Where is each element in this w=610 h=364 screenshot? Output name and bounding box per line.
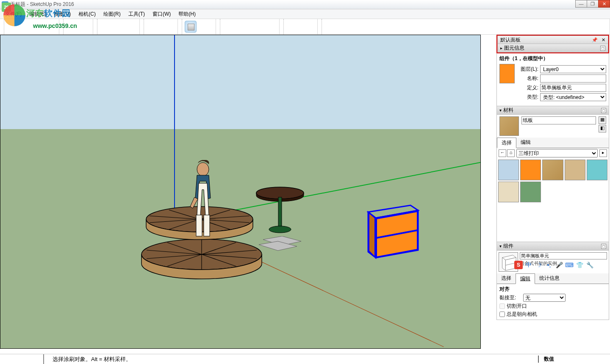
materials-header[interactable]: ▾ 材料 □ — [496, 106, 609, 115]
close-panel-icon[interactable]: ✕ — [602, 37, 605, 43]
sky — [0, 35, 480, 129]
def-label: 定义: — [518, 84, 538, 91]
components-tab-select[interactable]: 选择 — [497, 273, 516, 284]
svg-rect-23 — [196, 215, 202, 236]
align-label: 对齐 — [499, 286, 606, 293]
glue-select[interactable]: 无 — [523, 294, 566, 302]
materials-tab-edit[interactable]: 编辑 — [516, 138, 535, 148]
menu-view[interactable]: 视图(V) — [50, 10, 74, 19]
collapse-icon[interactable]: □ — [600, 46, 605, 51]
ime-skin-icon[interactable]: 👕 — [575, 261, 584, 269]
materials-title: 材料 — [503, 107, 513, 114]
collapse-icon[interactable]: □ — [601, 244, 606, 249]
layer-select[interactable]: Layer0 — [540, 65, 606, 73]
glue-label: 黏接至: — [499, 294, 523, 301]
components-header[interactable]: ▾ 组件 □ — [496, 242, 609, 251]
material-default-icon[interactable]: ◧ — [599, 125, 606, 132]
materials-tab-select[interactable]: 选择 — [497, 138, 516, 148]
svg-rect-28 — [278, 197, 282, 227]
ime-keyboard-icon[interactable]: ⌨ — [565, 261, 574, 269]
minimize-button[interactable]: — — [575, 0, 587, 8]
layer-label: 图层(L): — [518, 66, 538, 73]
window-title: 无标题 - SketchUp Pro 2016 — [10, 1, 74, 8]
materials-tabs: 选择 编辑 — [497, 138, 609, 148]
status-bar: 选择涂刷对象。Alt = 材料采样。 数值 — [0, 354, 610, 364]
status-separator — [43, 354, 44, 364]
right-panel-tray: 默认面板 📌 ✕ ▸ 图元信息 □ 组件（1，在模型中） 图层(L): Laye… — [496, 35, 609, 364]
close-button[interactable]: ✕ — [598, 0, 610, 8]
panel-default-header[interactable]: 默认面板 📌 ✕ — [497, 36, 608, 44]
pin-icon[interactable]: 📌 — [592, 37, 598, 43]
svg-point-22 — [197, 163, 209, 176]
cut-checkbox[interactable]: 切割开口 — [499, 303, 527, 310]
ime-sogou-icon[interactable]: S — [514, 261, 523, 269]
3d-viewport[interactable] — [0, 35, 481, 349]
def-input[interactable] — [540, 84, 606, 92]
component-name-input[interactable] — [520, 252, 607, 259]
menu-bar: 文件(F) 编辑(E) 视图(V) 相机(C) 绘图(R) 工具(T) 窗口(W… — [0, 9, 610, 19]
type-label: 类型: — [518, 94, 538, 101]
components-title: 组件 — [503, 243, 513, 250]
model-floor-tile[interactable] — [259, 236, 301, 253]
collapse-icon[interactable]: □ — [601, 108, 606, 113]
ime-moon-icon[interactable]: ☽ — [535, 261, 543, 269]
material-category-select[interactable]: 三维打印 — [516, 149, 598, 157]
entity-info-header[interactable]: ▸ 图元信息 □ — [497, 44, 608, 52]
entity-info-title: 图元信息 — [504, 44, 524, 52]
face-checkbox[interactable]: 总是朝向相机 — [499, 311, 537, 318]
window-controls: — ❐ ✕ — [576, 0, 610, 8]
material-swatch[interactable] — [498, 160, 519, 180]
menu-window[interactable]: 窗口(W) — [149, 10, 174, 19]
maximize-button[interactable]: ❐ — [587, 0, 599, 8]
name-label: 名称: — [518, 75, 538, 82]
svg-marker-37 — [502, 258, 506, 271]
material-swatch[interactable] — [542, 160, 563, 180]
menu-tools[interactable]: 工具(T) — [125, 10, 148, 19]
model-person[interactable] — [186, 160, 220, 245]
components-tab-edit[interactable]: 编辑 — [516, 273, 535, 284]
material-home-icon[interactable]: ⌂ — [507, 149, 515, 157]
components-tab-stats[interactable]: 统计信息 — [535, 273, 564, 284]
material-swatch[interactable] — [498, 182, 519, 202]
value-label: 数值 — [538, 356, 554, 363]
type-select[interactable]: 类型: <undefined> — [540, 93, 606, 101]
menu-camera[interactable]: 相机(C) — [75, 10, 99, 19]
material-name-input[interactable] — [521, 116, 596, 124]
panel-highlight: 默认面板 📌 ✕ ▸ 图元信息 □ — [496, 35, 609, 53]
ime-mic-icon[interactable]: 🎤 — [555, 261, 563, 269]
model-shelf-selected[interactable] — [365, 204, 420, 259]
name-input[interactable] — [540, 74, 606, 83]
svg-point-29 — [269, 226, 291, 233]
toolbar — [0, 19, 610, 35]
svg-marker-35 — [369, 213, 375, 257]
current-material-swatch[interactable] — [499, 116, 519, 136]
menu-edit[interactable]: 编辑(E) — [26, 10, 50, 19]
entity-info-body: 组件（1，在模型中） 图层(L): Layer0 名称: 定义: 类型: 类型:… — [496, 53, 609, 106]
menu-draw[interactable]: 绘图(R) — [100, 10, 124, 19]
ime-toolbar[interactable]: S 中 ☽ •, 🎤 ⌨ 👕 🔧 — [514, 261, 594, 269]
app-icon — [2, 1, 8, 8]
material-swatch[interactable] — [520, 182, 541, 202]
menu-file[interactable]: 文件(F) — [2, 10, 25, 19]
material-swatch[interactable] — [520, 160, 541, 180]
material-create-icon[interactable]: ▦ — [599, 116, 606, 124]
material-swatch-grid — [497, 158, 609, 204]
paint-bucket-tool[interactable] — [185, 21, 197, 33]
material-menu-icon[interactable]: ▸ — [599, 149, 607, 157]
ime-lang-icon[interactable]: 中 — [524, 261, 533, 269]
expand-arrow-icon: ▾ — [499, 244, 502, 248]
ime-punct-icon[interactable]: •, — [545, 261, 553, 269]
menu-help[interactable]: 帮助(H) — [175, 10, 199, 19]
entity-group-label: 组件（1，在模型中） — [499, 55, 606, 62]
svg-rect-24 — [204, 215, 210, 236]
ime-tool-icon[interactable]: 🔧 — [585, 261, 594, 269]
materials-body: ▦ ◧ 选择 编辑 ← ⌂ 三维打印 ▸ — [496, 115, 609, 242]
material-back-icon[interactable]: ← — [499, 149, 506, 157]
components-tabs: 选择 编辑 统计信息 — [497, 273, 609, 284]
material-swatch[interactable] — [565, 160, 585, 180]
panel-default-title: 默认面板 — [500, 36, 521, 44]
expand-arrow-icon: ▸ — [500, 46, 502, 50]
entity-color-swatch[interactable] — [499, 64, 515, 83]
material-swatch[interactable] — [587, 160, 607, 180]
model-table[interactable] — [255, 185, 305, 236]
